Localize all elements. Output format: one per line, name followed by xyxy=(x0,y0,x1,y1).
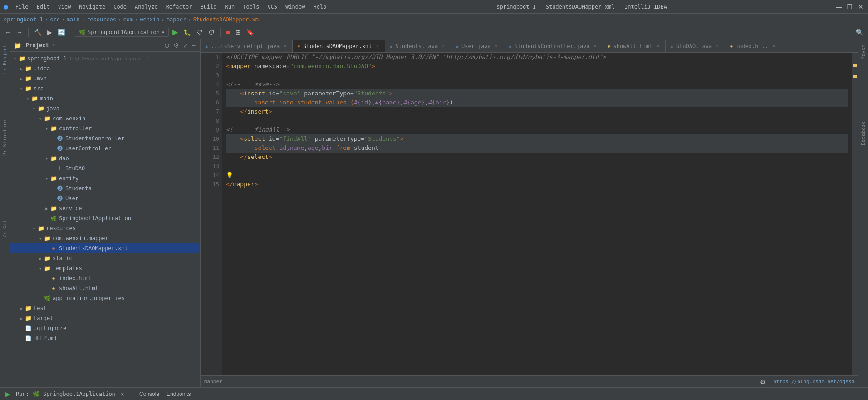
tab-user[interactable]: ☕ User.java × xyxy=(451,40,504,52)
tree-item-templates[interactable]: ▾ 📁 templates xyxy=(10,263,200,273)
menu-build[interactable]: Build xyxy=(198,3,218,11)
menu-navigate[interactable]: Navigate xyxy=(77,3,107,11)
tab-close-studentscontroller[interactable]: × xyxy=(593,43,598,49)
run-bar-icon[interactable]: ▶ xyxy=(4,390,12,399)
tab-students[interactable]: ☕ Students.java × xyxy=(385,40,451,52)
tree-item-mapper[interactable]: ▾ 📁 com.wenxin.mapper xyxy=(10,233,200,243)
menu-help[interactable]: Help xyxy=(311,3,328,11)
tree-item-resources[interactable]: ▾ 📁 resources xyxy=(10,223,200,233)
breadcrumb-com[interactable]: com xyxy=(123,16,133,23)
tree-item-dao[interactable]: ▾ 📁 dao xyxy=(10,153,200,163)
sidebar-item-maven[interactable]: Maven xyxy=(860,43,866,61)
endpoints-tab[interactable]: Endpoints xyxy=(165,390,192,398)
bookmark-button[interactable]: 🔖 xyxy=(245,28,256,37)
sidebar-item-git[interactable]: 7: Git xyxy=(2,218,8,240)
close-button[interactable]: ✕ xyxy=(857,3,864,10)
breadcrumb-src[interactable]: src xyxy=(50,16,60,23)
menu-run[interactable]: Run xyxy=(223,3,237,11)
minimize-button[interactable]: — xyxy=(835,3,843,10)
sidebar-item-database[interactable]: Database xyxy=(860,119,866,147)
tree-item-test[interactable]: ▶ 📁 test xyxy=(10,303,200,313)
tree-item-appprops[interactable]: ▶ 🌿 application.properties xyxy=(10,293,200,303)
menu-analyze[interactable]: Analyze xyxy=(133,3,160,11)
tab-close-tsserviceimpl[interactable]: × xyxy=(282,43,288,49)
tree-item-StudentsDAOMapper[interactable]: ▶ ◈ StudentsDAOMapper.xml xyxy=(10,243,200,253)
menu-tools[interactable]: Tools xyxy=(241,3,261,11)
run-build-button[interactable]: ▶ xyxy=(45,28,54,37)
tree-item-mvn[interactable]: ▶ 📁 .mvn xyxy=(10,74,200,84)
tree-item-service[interactable]: ▶ 📁 service xyxy=(10,203,200,213)
tree-item-showAllhtml[interactable]: ▶ ◈ showAll.html xyxy=(10,283,200,293)
build-button[interactable]: 🔨 xyxy=(32,28,44,37)
debug-button[interactable]: 🐛 xyxy=(181,28,193,37)
menu-vcs[interactable]: VCS xyxy=(265,3,279,11)
panel-collapse-button[interactable]: − xyxy=(191,41,196,50)
sidebar-item-structure[interactable]: 2: Structure xyxy=(2,118,8,158)
menu-edit[interactable]: Edit xyxy=(35,3,52,11)
tree-item-entity[interactable]: ▾ 📁 entity xyxy=(10,173,200,183)
breadcrumb-mapper[interactable]: mapper xyxy=(167,16,186,23)
maximize-button[interactable]: ❐ xyxy=(846,3,853,10)
tree-item-static[interactable]: ▶ 📁 static xyxy=(10,253,200,263)
tree-item-indexhtml[interactable]: ▶ ◈ index.html xyxy=(10,273,200,283)
menu-window[interactable]: Window xyxy=(284,3,307,11)
tab-close-user[interactable]: × xyxy=(494,43,499,49)
panel-expand-button[interactable]: ⤢ xyxy=(182,41,189,50)
breadcrumb-resources[interactable]: resources xyxy=(87,16,116,23)
tab-index[interactable]: ◈ index.h... × xyxy=(725,40,781,52)
tree-item-User[interactable]: ▶ 🅒 User xyxy=(10,193,200,203)
sync-button[interactable]: 🔄 xyxy=(56,28,67,37)
breadcrumb-main[interactable]: main xyxy=(67,16,80,23)
breadcrumb-file[interactable]: StudentsDAOMapper.xml xyxy=(193,16,262,23)
stop-button[interactable]: ■ xyxy=(224,28,231,37)
panel-locate-button[interactable]: ⊙ xyxy=(163,41,171,50)
tree-item-Students[interactable]: ▶ 🅒 Students xyxy=(10,183,200,193)
tab-close-studentsdaomapper[interactable]: × xyxy=(375,43,380,49)
tree-item-comwenxin[interactable]: ▾ 📁 com.wenxin xyxy=(10,114,200,123)
tab-studentscontroller[interactable]: ☕ StudentsController.java × xyxy=(504,40,603,52)
console-tab[interactable]: Console xyxy=(137,390,161,398)
menu-file[interactable]: File xyxy=(14,3,30,11)
back-button[interactable]: ← xyxy=(3,28,13,37)
breadcrumb-springboot[interactable]: springboot-1 xyxy=(4,16,43,23)
tab-tsserviceimpl[interactable]: ☕ ...tsServiceImpl.java × xyxy=(201,40,293,52)
panel-settings-button[interactable]: ⚙ xyxy=(172,41,180,50)
breadcrumb-wenxin[interactable]: wenxin xyxy=(140,16,159,23)
menu-view[interactable]: View xyxy=(56,3,73,11)
right-scrollbar-indicator[interactable] xyxy=(852,53,858,375)
tab-close-index[interactable]: × xyxy=(771,43,776,49)
profile-button[interactable]: ⏱ xyxy=(206,28,216,37)
tree-item-StuDAO[interactable]: ▶ Ⅰ StuDAO xyxy=(10,163,200,173)
run-button[interactable]: ▶ xyxy=(171,27,180,37)
tab-close-studao[interactable]: × xyxy=(715,43,720,49)
tree-container[interactable]: ▾ 📁 springboot-1 D:\IDEAproject\springbo… xyxy=(10,52,200,387)
run-close-button[interactable]: × xyxy=(119,390,126,399)
tab-showall[interactable]: ◈ showAll.html × xyxy=(603,40,666,52)
bulb-icon[interactable]: 💡 xyxy=(226,171,233,180)
forward-button[interactable]: → xyxy=(15,28,25,37)
tab-close-students[interactable]: × xyxy=(441,43,446,49)
tab-studao[interactable]: ☕ StuDAO.java × xyxy=(666,40,725,52)
sidebar-item-project[interactable]: 1: Project xyxy=(2,43,8,76)
tree-item-controller[interactable]: ▾ 📁 controller xyxy=(10,123,200,133)
tree-item-StudentsController[interactable]: ▶ 🅒 StudentsController xyxy=(10,133,200,143)
menu-code[interactable]: Code xyxy=(112,3,128,11)
tree-item-main[interactable]: ▾ 📁 main xyxy=(10,94,200,104)
status-settings-button[interactable]: ⚙ xyxy=(758,377,768,386)
menu-refactor[interactable]: Refactor xyxy=(164,3,194,11)
tree-item-helpmd[interactable]: ▶ 📄 HELP.md xyxy=(10,333,200,343)
tree-item-userController[interactable]: ▶ 🅒 userController xyxy=(10,143,200,153)
tree-item-target[interactable]: ▶ 📁 target xyxy=(10,313,200,323)
panel-dropdown-icon[interactable]: ▾ xyxy=(53,43,55,48)
tab-studentsdaomapper[interactable]: ◈ StudentsDAOMapper.xml × xyxy=(293,40,385,52)
tree-item-Springboot1Application[interactable]: ▶ 🌿 Springboot1Application xyxy=(10,213,200,223)
layout-button[interactable]: ⊞ xyxy=(234,28,243,37)
coverage-button[interactable]: 🛡 xyxy=(195,28,205,37)
tab-close-showall[interactable]: × xyxy=(655,43,661,49)
tree-item-idea[interactable]: ▶ 📁 .idea xyxy=(10,64,200,74)
editor-content[interactable]: 1 2 ▾ 3 4 5 ▾ 6 7 ▾ 8 9 10 xyxy=(201,53,858,375)
tree-item-java[interactable]: ▾ 📁 java xyxy=(10,104,200,114)
search-everywhere-button[interactable]: 🔍 xyxy=(854,28,865,37)
tree-item-src[interactable]: ▾ 📁 src xyxy=(10,84,200,94)
tree-item-root[interactable]: ▾ 📁 springboot-1 D:\IDEAproject\springbo… xyxy=(10,54,200,64)
